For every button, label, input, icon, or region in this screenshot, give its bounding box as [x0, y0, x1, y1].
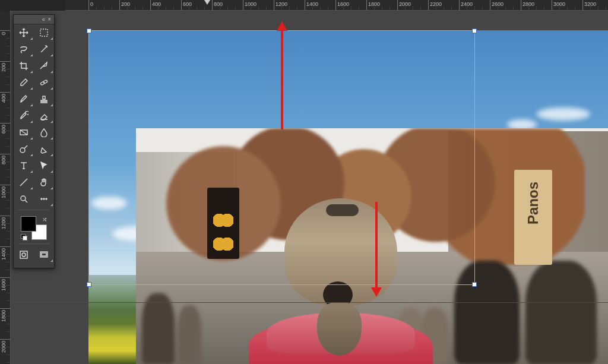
foreground-color-swatch[interactable] — [21, 216, 36, 232]
lasso-icon — [19, 45, 28, 54]
banner-mcdonalds — [207, 188, 239, 259]
gradient-tool[interactable] — [14, 124, 34, 141]
brush-tool[interactable] — [14, 91, 34, 107]
line-shape-tool[interactable] — [14, 174, 34, 191]
lineshape-icon — [19, 178, 28, 187]
tools-panel[interactable]: « × ⤭ — [13, 14, 55, 268]
quick-mask-mode[interactable] — [14, 246, 34, 263]
ruler-vertical[interactable]: 0200400600800100012001400160018002000220… — [0, 11, 11, 364]
move-tool[interactable] — [14, 24, 34, 41]
svg-point-6 — [41, 198, 42, 200]
eyedropper-tool[interactable] — [14, 74, 34, 91]
blur-icon — [39, 128, 49, 137]
svg-point-4 — [20, 148, 25, 153]
hand-icon — [39, 178, 49, 187]
slice-tool[interactable] — [34, 58, 54, 74]
layer-street-image[interactable]: Panos — [136, 128, 608, 364]
pathsel-icon — [39, 161, 49, 170]
svg-rect-0 — [40, 29, 48, 36]
zoom-icon — [19, 194, 28, 204]
bandage-icon — [39, 78, 49, 87]
banner-panos-text: Panos — [525, 182, 542, 224]
svg-point-2 — [43, 82, 44, 83]
lasso-tool[interactable] — [14, 41, 34, 58]
screen-icon — [39, 250, 49, 259]
color-swatches[interactable]: ⤭ — [21, 216, 47, 240]
mask-icon — [19, 250, 28, 259]
crop-tool[interactable] — [14, 58, 34, 74]
svg-rect-9 — [20, 251, 27, 258]
svg-rect-12 — [42, 253, 46, 256]
horizontal-guide[interactable] — [11, 302, 608, 303]
path-selection-tool[interactable] — [34, 157, 54, 174]
ruler-origin-marker[interactable] — [204, 0, 210, 5]
history-brush-tool[interactable] — [14, 107, 34, 124]
brush-icon — [19, 94, 28, 104]
slice-icon — [39, 61, 49, 71]
eraser-tool[interactable] — [34, 107, 54, 124]
type-icon — [19, 161, 28, 170]
more-tool[interactable] — [34, 191, 54, 207]
blur-tool[interactable] — [34, 124, 54, 141]
svg-point-8 — [46, 198, 47, 200]
eraser-icon — [39, 111, 49, 121]
dots-icon — [39, 194, 49, 204]
pen-tool[interactable] — [34, 141, 54, 157]
ruler-horizontal[interactable]: 0200400600800100012001400160018002000220… — [65, 0, 608, 11]
pen-icon — [39, 144, 49, 154]
dodge-icon — [19, 144, 28, 154]
healing-brush-tool[interactable] — [34, 74, 54, 91]
clone-stamp-tool[interactable] — [34, 91, 54, 107]
collapse-icon[interactable]: « — [42, 17, 46, 23]
rectangular-marquee-tool[interactable] — [34, 24, 54, 41]
screen-mode[interactable] — [34, 246, 54, 263]
crop-icon — [19, 61, 28, 71]
eyedrop-icon — [19, 78, 28, 87]
dodge-tool[interactable] — [14, 141, 34, 157]
magic-wand-tool[interactable] — [34, 41, 54, 58]
gradient-icon — [19, 128, 28, 137]
zoom-tool[interactable] — [14, 191, 34, 207]
banner-panos: Panos — [514, 170, 552, 265]
swap-colors-icon[interactable]: ⤭ — [42, 216, 47, 223]
default-colors-icon[interactable] — [21, 234, 27, 240]
marquee-icon — [39, 28, 49, 37]
close-icon[interactable]: × — [48, 17, 51, 23]
svg-point-7 — [43, 198, 45, 200]
svg-point-5 — [21, 196, 26, 201]
hand-tool[interactable] — [34, 174, 54, 191]
move-icon — [19, 28, 28, 37]
stamp-icon — [39, 94, 49, 104]
wand-icon — [39, 45, 49, 54]
person-foreground — [249, 198, 433, 364]
svg-point-10 — [22, 253, 26, 257]
panel-divider — [18, 210, 50, 210]
histbrush-icon — [19, 111, 28, 121]
tools-panel-header[interactable]: « × — [14, 15, 54, 24]
panel-divider — [18, 243, 50, 244]
type-tool[interactable] — [14, 157, 34, 174]
